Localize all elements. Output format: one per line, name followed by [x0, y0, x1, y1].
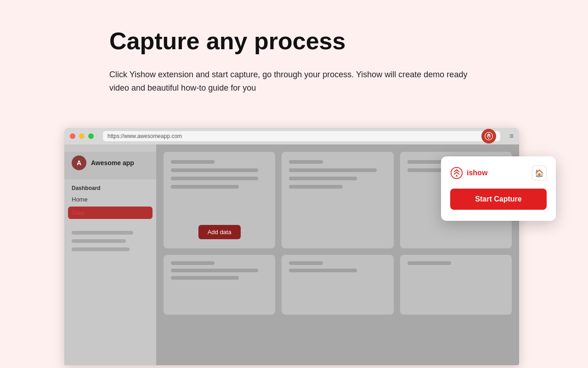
placeholder-line-1: [72, 231, 133, 235]
card-line: [171, 185, 239, 189]
yishow-logo-icon: [450, 167, 463, 179]
card-line: [289, 269, 357, 272]
address-bar[interactable]: https://www.awesomeapp.com: [103, 131, 500, 141]
cards-row-2: [164, 255, 512, 315]
sidebar-data-label: Data: [72, 209, 84, 216]
page-wrapper: Capture any process Click Yishow extensi…: [0, 0, 588, 368]
hero-title: Capture any process: [109, 28, 486, 55]
hero-subtitle: Click Yishow extension and start capture…: [109, 68, 477, 95]
home-icon: 🏠: [535, 169, 544, 178]
sidebar-home-label: Home: [72, 196, 88, 203]
placeholder-line-2: [72, 239, 126, 243]
traffic-light-red[interactable]: [70, 133, 75, 139]
card-line: [289, 177, 357, 180]
card-line: [171, 177, 258, 180]
traffic-light-yellow[interactable]: [79, 133, 85, 139]
home-icon-button[interactable]: 🏠: [532, 166, 547, 180]
card-2-b: [282, 255, 393, 315]
card-line: [289, 261, 323, 265]
url-text: https://www.awesomeapp.com: [107, 133, 182, 139]
start-capture-button[interactable]: Start Capture: [450, 189, 547, 210]
app-header: A Awesome app: [64, 152, 156, 179]
card-1: Add data: [164, 152, 275, 248]
card-2: [282, 152, 393, 248]
placeholder-line-3: [72, 247, 130, 251]
browser-titlebar: https://www.awesomeapp.com ≡: [64, 128, 519, 144]
card-line: [171, 269, 258, 272]
card-line: [171, 160, 215, 164]
card-2-c: [400, 255, 512, 315]
card-line: [171, 168, 258, 172]
svg-point-0: [485, 132, 493, 140]
sidebar-item-home[interactable]: Home: [64, 193, 156, 206]
card-line: [407, 261, 451, 265]
browser-menu-icon[interactable]: ≡: [509, 132, 514, 140]
yishow-popup: ishow 🏠 Start Capture: [441, 156, 556, 221]
card-line: [289, 185, 342, 189]
yishow-extension-icon[interactable]: [481, 129, 496, 144]
yishow-popup-header: ishow 🏠: [450, 166, 547, 180]
card-line: [171, 276, 239, 280]
yishow-logo-row: ishow: [450, 167, 487, 179]
sidebar-placeholders: [64, 220, 156, 251]
card-line: [289, 168, 376, 172]
app-sidebar: A Awesome app Dashboard Home Data: [64, 144, 156, 365]
svg-point-1: [488, 138, 490, 139]
card-line: [171, 261, 215, 265]
hero-section: Capture any process Click Yishow extensi…: [109, 28, 486, 94]
sidebar-item-data[interactable]: Data: [68, 207, 153, 219]
card-2-a: [164, 255, 275, 315]
add-data-button[interactable]: Add data: [198, 225, 241, 239]
avatar: A: [72, 155, 86, 170]
svg-point-3: [456, 175, 458, 177]
svg-point-2: [451, 167, 463, 179]
card-line: [289, 160, 323, 164]
sidebar-section-label: Dashboard: [64, 179, 156, 193]
traffic-light-green[interactable]: [88, 133, 94, 139]
yishow-logo-text: ishow: [467, 169, 487, 177]
app-name: Awesome app: [91, 159, 134, 167]
